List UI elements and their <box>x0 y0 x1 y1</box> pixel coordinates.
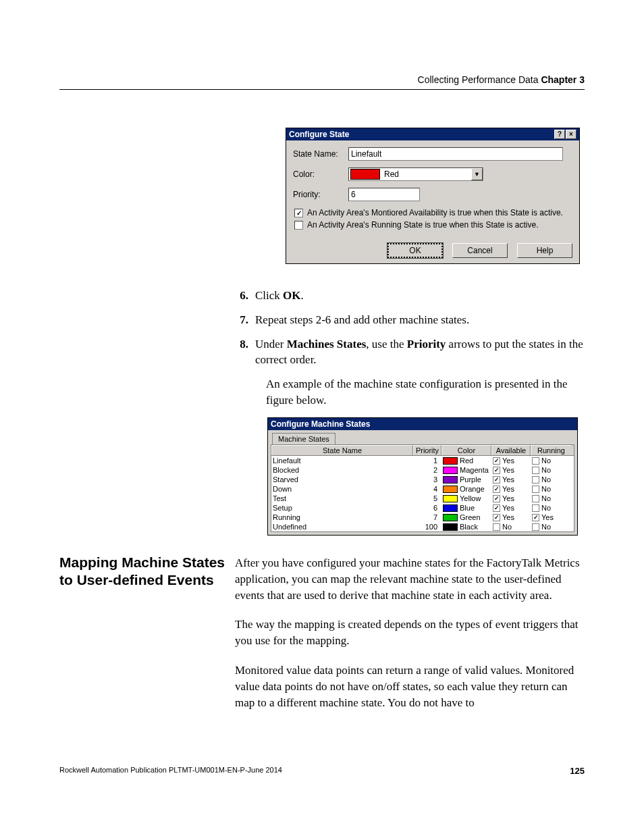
cell-color-name: Magenta <box>460 465 489 475</box>
step-6-ok: OK <box>283 289 300 302</box>
cell-color: Orange <box>441 484 491 494</box>
priority-label: Priority: <box>293 190 348 199</box>
available-checkbox[interactable]: ✓ <box>493 495 500 502</box>
cell-color-name: Red <box>460 456 473 465</box>
available-checkbox[interactable]: ✓ <box>493 514 500 521</box>
available-checkbox[interactable] <box>493 523 500 531</box>
monitored-availability-checkbox[interactable]: ✓ <box>294 209 303 217</box>
available-label: Yes <box>502 513 514 522</box>
color-select[interactable]: Red ▼ <box>348 167 483 181</box>
cell-available: ✓Yes <box>491 503 531 513</box>
section-p3: Monitored value data points can return a… <box>235 662 583 710</box>
titlebar-controls: ? × <box>554 130 576 139</box>
table-row[interactable]: Down4Orange✓YesNo <box>271 484 574 494</box>
cell-running: No <box>531 475 571 484</box>
header-running: Running <box>531 445 571 455</box>
available-label: Yes <box>502 456 514 465</box>
example-paragraph: An example of the machine state configur… <box>235 376 583 409</box>
running-label: No <box>541 494 551 503</box>
running-checkbox[interactable] <box>532 486 539 493</box>
running-checkbox[interactable] <box>532 467 539 474</box>
running-checkbox[interactable] <box>532 476 539 484</box>
table-row[interactable]: Test5Yellow✓YesNo <box>271 494 574 503</box>
running-label: No <box>541 456 551 465</box>
step-8-machines-states: Machines States <box>287 338 367 350</box>
cell-color: Purple <box>441 475 491 484</box>
color-swatch-icon <box>443 495 458 502</box>
color-swatch-icon <box>350 169 380 180</box>
running-checkbox[interactable] <box>532 495 539 502</box>
cell-running: No <box>531 503 571 513</box>
dialog2-title: Configure Machine States <box>271 419 574 429</box>
monitored-availability-row: ✓ An Activity Area's Montiored Availabil… <box>293 208 572 217</box>
running-checkbox[interactable]: ✓ <box>532 514 539 521</box>
available-label: Yes <box>502 465 514 475</box>
tab-machine-states[interactable]: Machine States <box>272 433 336 444</box>
color-swatch-icon <box>443 514 458 521</box>
available-checkbox[interactable]: ✓ <box>493 457 500 465</box>
available-checkbox[interactable]: ✓ <box>493 476 500 484</box>
cell-priority: 4 <box>413 484 441 494</box>
cell-color-name: Blue <box>460 503 475 513</box>
cell-running: No <box>531 465 571 475</box>
cell-available: ✓Yes <box>491 475 531 484</box>
table-row[interactable]: Starved3Purple✓YesNo <box>271 475 574 484</box>
cell-priority: 6 <box>413 503 441 513</box>
section-p1: After you have configured your machine s… <box>235 555 583 603</box>
chevron-down-icon[interactable]: ▼ <box>471 168 483 180</box>
cell-color: Black <box>441 522 491 531</box>
cell-color-name: Black <box>460 522 478 531</box>
running-label: No <box>541 465 551 475</box>
step-8: 8. Under Machines States, use the Priori… <box>235 336 583 369</box>
header-state-name: State Name <box>271 445 413 455</box>
cancel-button[interactable]: Cancel <box>452 243 508 258</box>
running-label: No <box>541 522 551 531</box>
step-7-number: 7. <box>235 312 255 328</box>
grid-header: State Name Priority Color Available Runn… <box>271 445 574 456</box>
section-p2: The way the mapping is created depends o… <box>235 617 583 649</box>
section-heading: Mapping Machine States to User-defined E… <box>59 554 225 590</box>
running-state-checkbox[interactable] <box>294 221 303 230</box>
available-checkbox[interactable]: ✓ <box>493 486 500 493</box>
step-7-body: Repeat steps 2-6 and add other machine s… <box>255 312 583 328</box>
running-checkbox[interactable] <box>532 504 539 512</box>
cell-priority: 7 <box>413 513 441 522</box>
header-rule <box>59 89 585 90</box>
step-6-number: 6. <box>235 288 255 304</box>
help-icon[interactable]: ? <box>554 130 565 139</box>
step-7: 7. Repeat steps 2-6 and add other machin… <box>235 312 583 328</box>
state-name-input[interactable] <box>348 147 563 161</box>
table-row[interactable]: Running7Green✓Yes✓Yes <box>271 513 574 522</box>
running-checkbox[interactable] <box>532 523 539 531</box>
cell-state-name: Running <box>271 513 413 522</box>
table-row[interactable]: Setup6Blue✓YesNo <box>271 503 574 513</box>
cell-running: No <box>531 494 571 503</box>
available-label: No <box>502 522 512 531</box>
cell-state-name: Setup <box>271 503 413 513</box>
cell-priority: 1 <box>413 456 441 465</box>
close-icon[interactable]: × <box>566 130 576 139</box>
available-checkbox[interactable]: ✓ <box>493 504 500 512</box>
available-label: Yes <box>502 484 514 494</box>
ok-button[interactable]: OK <box>387 243 443 258</box>
table-row[interactable]: Undefined100BlackNoNo <box>271 522 574 531</box>
color-label: Color: <box>293 170 348 179</box>
cell-available: No <box>491 522 531 531</box>
available-checkbox[interactable]: ✓ <box>493 467 500 474</box>
table-row[interactable]: Linefault1Red✓YesNo <box>271 456 574 465</box>
running-label: Yes <box>541 513 554 522</box>
help-button[interactable]: Help <box>517 243 572 258</box>
cell-state-name: Test <box>271 494 413 503</box>
color-row: Color: Red ▼ <box>293 167 572 181</box>
running-checkbox[interactable] <box>532 457 539 465</box>
running-label: No <box>541 475 551 484</box>
step-6-pre: Click <box>255 289 283 302</box>
footer-publication: Rockwell Automation Publication PLTMT-UM… <box>59 766 282 776</box>
step-6-body: Click OK. <box>255 288 583 304</box>
running-label: No <box>541 503 551 513</box>
table-row[interactable]: Blocked2Magenta✓YesNo <box>271 465 574 475</box>
cell-color: Yellow <box>441 494 491 503</box>
steps-content: 6. Click OK. 7. Repeat steps 2-6 and add… <box>235 288 583 417</box>
priority-input[interactable] <box>348 188 420 201</box>
cell-color: Red <box>441 456 491 465</box>
